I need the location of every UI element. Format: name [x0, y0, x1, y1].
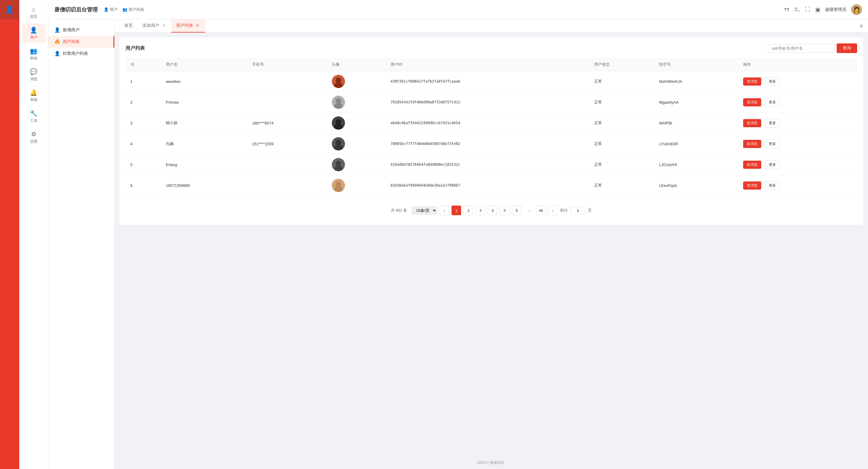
page-content: 用户列表 查询 ⚙ 用户名 手机号 头像 [115, 33, 868, 457]
panel-title: 用户列表 [125, 45, 145, 52]
cell-actions-5: 发消息 更多 [738, 175, 857, 196]
top-header: 唐僧叨叨后台管理 👤 用户 › 👥 用户列表 TT 文A ⛶ ▣ 超级管理员 👩 [48, 0, 868, 19]
sidebar-item-home[interactable]: ⌂ 首页 [22, 3, 46, 22]
page-btn-2[interactable]: 2 [464, 206, 473, 215]
tabs-bar: 首页 添加用户 ✕ 用户列表 ✕ ∨ [115, 19, 868, 33]
cell-username-4: Erlang [161, 154, 247, 175]
cell-avatar-0 [327, 71, 386, 92]
cell-status-3: 正常 [589, 134, 654, 154]
cell-userid-2: ab48c4baf354422499d9ccb7431c4654 [386, 113, 589, 134]
nav-menu: 👤 新增用户 🔥 用户列表 👤 封禁用户列表 [48, 19, 115, 469]
cell-username-1: Primise [161, 92, 247, 113]
search-input[interactable] [768, 44, 834, 53]
send-msg-btn-4[interactable]: 发消息 [743, 161, 761, 169]
cell-status-0: 正常 [589, 71, 654, 92]
next-page-btn[interactable]: › [548, 206, 558, 215]
more-btn-1[interactable]: 更多 [765, 98, 780, 107]
cell-phone-4 [247, 154, 327, 175]
cell-avatar-3 [327, 134, 386, 154]
tab-add-user-label: 添加用户 [142, 23, 159, 28]
sidebar-label-home: 首页 [30, 14, 37, 19]
nav-user-list[interactable]: 🔥 用户列表 [48, 36, 114, 47]
table-row: 4 孔融 151****1559 78965bcf7f7f40de8b03087… [125, 134, 857, 154]
sidebar-icon-user: 👤 [30, 27, 37, 34]
font-size-icon[interactable]: TT [784, 7, 789, 12]
page-size-select[interactable]: 15条/页 20条/页 50条/页 [412, 206, 437, 214]
sidebar-item-message[interactable]: 💬 消息 [22, 65, 46, 85]
cell-wukong-5: LEevFqob [654, 175, 738, 196]
cell-wukong-4: LJOJqVHI [654, 154, 738, 175]
admin-name: 超级管理员 [825, 7, 846, 12]
table-row: 1 weedien 430f261cf608427fa7b37a8f47fcaa… [125, 71, 857, 92]
sidebar-item-report[interactable]: 🔔 举报 [22, 86, 46, 105]
cell-actions-3: 发消息 更多 [738, 134, 857, 154]
breadcrumb-user-icon: 👤 [104, 7, 108, 12]
page-btn-6[interactable]: 6 [512, 206, 522, 215]
sidebar-item-user[interactable]: 👤 用户 [22, 24, 46, 43]
search-button[interactable]: 查询 [837, 43, 857, 53]
prev-page-btn[interactable]: ‹ [439, 206, 449, 215]
cell-actions-0: 发消息 更多 [738, 71, 857, 92]
nav-add-user-icon: 👤 [54, 27, 60, 33]
footer-text: 2023 © 唐僧叨叨. [477, 461, 505, 465]
col-avatar: 头像 [327, 58, 386, 71]
brand-logo: 👤 [0, 0, 19, 19]
cell-actions-1: 发消息 更多 [738, 92, 857, 113]
brand-bar: 👤 [0, 0, 19, 469]
more-btn-3[interactable]: 更多 [765, 139, 780, 148]
footer: 2023 © 唐僧叨叨. [115, 457, 868, 469]
page-btn-4[interactable]: 4 [488, 206, 497, 215]
tabs-dropdown[interactable]: ∨ [860, 23, 863, 29]
translate-icon[interactable]: 文A [794, 7, 800, 12]
page-btn-1[interactable]: 1 [452, 206, 461, 215]
table-row: 5 Erlang 41bddb6765764b4fa9dd800ec181532… [125, 154, 857, 175]
sidebar-label-group: 群组 [30, 56, 37, 61]
more-btn-4[interactable]: 更多 [765, 160, 780, 169]
nav-banned-icon: 👤 [54, 51, 60, 56]
tab-user-list[interactable]: 用户列表 ✕ [171, 19, 205, 33]
send-msg-btn-1[interactable]: 发消息 [743, 98, 761, 106]
send-msg-btn-5[interactable]: 发消息 [743, 181, 761, 190]
more-btn-2[interactable]: 更多 [765, 119, 780, 128]
user-avatar-4 [332, 158, 345, 171]
user-avatar-5 [332, 179, 345, 192]
page-btn-46[interactable]: 46 [536, 206, 546, 215]
cell-userid-4: 41bddb6765764b4fa9dd800ec181532c [386, 154, 589, 175]
user-avatar-2 [332, 116, 345, 130]
more-btn-0[interactable]: 更多 [765, 77, 780, 86]
layout-icon[interactable]: ▣ [815, 6, 820, 13]
cell-index-4: 5 [125, 154, 161, 175]
breadcrumb: 👤 用户 › 👥 用户列表 [104, 7, 784, 12]
cell-phone-3: 151****1559 [247, 134, 327, 154]
cell-wukong-3: LYUlmEkR [654, 134, 738, 154]
table-settings-icon[interactable]: ⚙ [130, 62, 134, 67]
send-msg-btn-3[interactable]: 发消息 [743, 140, 761, 148]
cell-avatar-4 [327, 154, 386, 175]
breadcrumb-sep: › [119, 7, 121, 12]
tab-home[interactable]: 首页 [119, 19, 137, 33]
sidebar-icon-message: 💬 [30, 68, 37, 75]
nav-banned-users[interactable]: 👤 封禁用户列表 [48, 47, 114, 59]
send-msg-btn-2[interactable]: 发消息 [743, 119, 761, 127]
tab-add-user[interactable]: 添加用户 ✕ [137, 19, 171, 33]
sidebar-item-settings[interactable]: ⚙ 设置 [22, 128, 46, 147]
tab-user-list-close[interactable]: ✕ [195, 23, 200, 28]
nav-add-user[interactable]: 👤 新增用户 [48, 24, 114, 36]
admin-avatar[interactable]: 👩 [851, 4, 862, 15]
cell-avatar-2 [327, 113, 386, 134]
send-msg-btn-0[interactable]: 发消息 [743, 77, 761, 86]
cell-index-2: 3 [125, 113, 161, 134]
tab-add-user-close[interactable]: ✕ [161, 23, 166, 28]
page-btn-5[interactable]: 5 [500, 206, 509, 215]
col-phone: 手机号 [247, 58, 327, 71]
page-btn-3[interactable]: 3 [476, 206, 485, 215]
cell-username-5: 18071359899 [161, 175, 247, 196]
more-btn-5[interactable]: 更多 [765, 181, 780, 190]
sidebar-label-message: 消息 [30, 76, 37, 82]
fullscreen-icon[interactable]: ⛶ [805, 6, 810, 13]
sidebar-icon-report: 🔔 [30, 89, 37, 96]
page-jump-input[interactable] [570, 207, 585, 214]
cell-username-0: weedien [161, 71, 247, 92]
sidebar-item-group[interactable]: 👥 群组 [22, 44, 46, 64]
sidebar-item-tools[interactable]: 🔧 工具 [22, 107, 46, 126]
